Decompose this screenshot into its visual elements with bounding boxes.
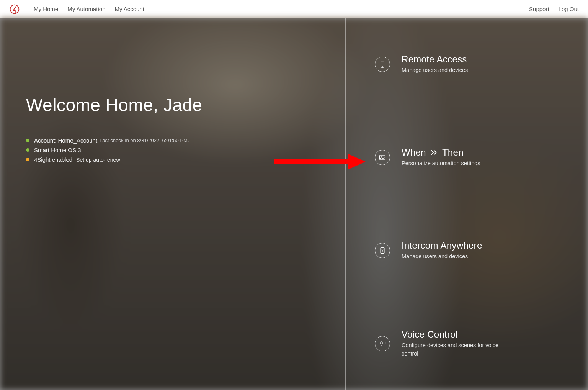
svg-point-8: [380, 341, 383, 344]
nav-right: Support Log Out: [529, 6, 579, 12]
nav-link-my-automation[interactable]: My Automation: [67, 6, 105, 12]
status-subtext: Last check-in on 8/31/2022, 6:01:50 PM.: [100, 138, 189, 143]
phone-icon: [375, 57, 390, 72]
card-subtitle: Configure devices and scenes for voice c…: [402, 341, 516, 358]
svg-point-0: [10, 5, 19, 13]
card-subtitle: Manage users and devices: [402, 66, 468, 75]
status-dot-icon: [26, 158, 29, 161]
door-icon: [375, 243, 390, 258]
card-voice-control[interactable]: Voice Control Configure devices and scen…: [346, 297, 588, 390]
action-cards: Remote Access Manage users and devices W…: [345, 18, 588, 390]
card-remote-access[interactable]: Remote Access Manage users and devices: [346, 18, 588, 111]
svg-point-4: [381, 156, 382, 157]
picture-icon: [375, 150, 390, 165]
card-subtitle: Personalize automation settings: [402, 159, 480, 168]
card-title: When Then: [402, 147, 480, 158]
status-dot-icon: [26, 139, 29, 142]
nav-link-logout[interactable]: Log Out: [559, 6, 579, 12]
status-label: Account: Home_Account: [34, 137, 97, 144]
welcome-title: Welcome Home, Jade: [26, 95, 322, 126]
status-item-4sight: 4Sight enabled Set up auto-renew: [26, 156, 322, 163]
nav-left: My Home My Automation My Account: [9, 4, 144, 15]
voice-icon: [375, 336, 390, 351]
brand-logo-icon[interactable]: [9, 4, 20, 15]
card-subtitle: Manage users and devices: [402, 252, 482, 261]
auto-renew-link[interactable]: Set up auto-renew: [76, 157, 120, 163]
status-dot-icon: [26, 148, 29, 152]
welcome-panel: Welcome Home, Jade Account: Home_Account…: [0, 18, 345, 390]
status-label: Smart Home OS 3: [34, 147, 81, 153]
status-list: Account: Home_Account Last check-in on 8…: [26, 137, 322, 163]
nav-link-my-account[interactable]: My Account: [114, 6, 144, 12]
card-title: Voice Control: [402, 329, 516, 340]
status-item-os: Smart Home OS 3: [26, 147, 322, 153]
svg-point-6: [382, 249, 383, 250]
nav-link-my-home[interactable]: My Home: [34, 6, 58, 12]
status-label: 4Sight enabled: [34, 156, 72, 163]
chevron-double-right-icon: [430, 149, 438, 156]
card-intercom-anywhere[interactable]: Intercom Anywhere Manage users and devic…: [346, 204, 588, 297]
nav-link-support[interactable]: Support: [529, 6, 549, 12]
card-when-then[interactable]: When Then Personalize automation setting…: [346, 111, 588, 204]
svg-rect-3: [380, 155, 385, 160]
top-nav: My Home My Automation My Account Support…: [0, 0, 588, 18]
card-title: Intercom Anywhere: [402, 240, 482, 251]
card-title: Remote Access: [402, 54, 468, 65]
main-content: Welcome Home, Jade Account: Home_Account…: [0, 18, 588, 390]
status-item-account: Account: Home_Account Last check-in on 8…: [26, 137, 322, 144]
